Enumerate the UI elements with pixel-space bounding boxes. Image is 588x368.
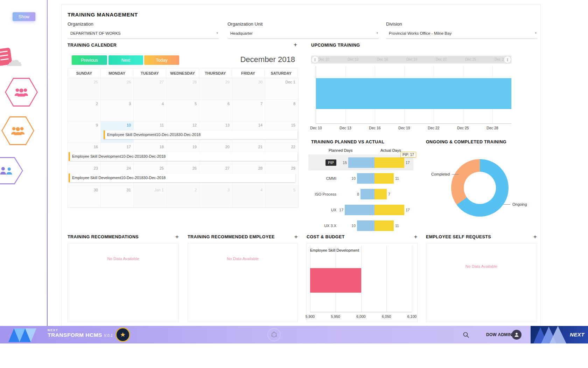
organization-label: Organization <box>68 21 219 27</box>
calendar-cell[interactable]: 2 <box>167 186 200 208</box>
chevron-down-icon <box>535 31 537 35</box>
org-unit-label: Organization Unit <box>227 21 379 27</box>
person-icon <box>514 332 519 337</box>
organization-select[interactable]: DEPARTMENT OF WORKS <box>68 30 219 39</box>
team-pink-icon[interactable] <box>5 78 38 107</box>
scroll-left-button[interactable] <box>311 56 319 63</box>
calendar-cell[interactable]: 4 <box>232 186 265 208</box>
scroll-right-button[interactable] <box>504 56 511 63</box>
current-user[interactable]: DOW ADMIN <box>486 332 512 337</box>
no-data-text: No Data Available <box>68 257 178 261</box>
planned-bar[interactable] <box>345 205 374 215</box>
cost-bar[interactable] <box>310 268 361 293</box>
calendar-cell[interactable]: 25 <box>68 78 101 100</box>
calendar-cell[interactable]: 5 <box>265 186 298 208</box>
calendar-cell[interactable]: 30 <box>68 186 101 208</box>
calendar-cell[interactable]: 28 <box>167 78 200 100</box>
calendar-cell[interactable]: 5 <box>167 100 200 122</box>
calendar-cell[interactable]: 27 <box>134 78 167 100</box>
calendar-section-title: TRAINING CALENDER <box>68 43 117 48</box>
pva-row[interactable]: UX1717 <box>308 202 413 218</box>
cost-budget-panel: Employee Skill Development 5,9005,9506,0… <box>307 243 418 322</box>
apps-hexagon-button[interactable] <box>267 328 281 341</box>
training-calendar: Previous Next Today December 2018 SUNDAY… <box>68 55 298 209</box>
calendar-grid: 252627282930Dec 123456789101112131415161… <box>68 78 298 207</box>
axis-tick-label: 5,900 <box>306 314 315 319</box>
recommended-employee-header: TRAINING RECOMMENDED EMPLOYEE <box>188 234 298 240</box>
org-unit-value: Headquarter <box>230 31 253 35</box>
organization-filter: Organization DEPARTMENT OF WORKS <box>68 21 219 39</box>
sidebar-divider <box>47 0 48 326</box>
next-logo-icon[interactable] <box>8 327 41 342</box>
planned-bar[interactable] <box>360 189 374 199</box>
pva-section-title: TRAINING PLANNED VS ACTUAL <box>311 139 384 144</box>
recommendations-title: TRAINING RECOMMENDATIONS <box>68 234 139 239</box>
main-card: TRAINING MANAGEMENT Organization DEPARTM… <box>61 4 541 326</box>
actual-bar[interactable] <box>374 189 387 199</box>
ongoing-completed-donut[interactable] <box>451 159 509 217</box>
calendar-cell[interactable]: 30 <box>232 78 265 100</box>
calendar-cell[interactable]: 2 <box>68 100 101 122</box>
pva-row[interactable]: ISO Process87 <box>308 186 413 202</box>
show-sidebar-button[interactable]: Show <box>13 12 35 21</box>
calendar-cell[interactable]: Dec 1 <box>265 78 298 100</box>
calendar-cell[interactable]: 7 <box>232 100 265 122</box>
calendar-cell[interactable]: 31 <box>101 186 134 208</box>
calendar-next-button[interactable]: Next <box>108 55 143 65</box>
ongoing-label-text: Ongoing <box>512 202 527 206</box>
pva-row[interactable]: UX 3.X1011 <box>308 218 413 233</box>
planned-bar[interactable] <box>357 173 374 184</box>
day-header: THURSDAY <box>199 68 232 78</box>
team-orange-icon[interactable] <box>1 116 34 145</box>
chart-tooltip: PIP: 17 <box>400 152 416 158</box>
day-header: SUNDAY <box>68 68 101 78</box>
calendar-event[interactable]: Employee Skill Development10-Dec-201830-… <box>104 130 298 139</box>
calendar-cell[interactable]: 4 <box>134 100 167 122</box>
calendar-cell[interactable]: 8 <box>265 100 298 122</box>
calendar-cell[interactable]: Jan 1 <box>134 186 167 208</box>
calendar-today-button[interactable]: Today <box>144 55 179 65</box>
search-icon[interactable] <box>463 332 469 338</box>
people-icon <box>10 125 26 136</box>
add-self-request-button[interactable] <box>533 234 537 240</box>
add-recommended-employee-button[interactable] <box>294 234 298 240</box>
upcoming-training-bar[interactable] <box>316 78 511 109</box>
team-purple-icon[interactable] <box>0 157 23 184</box>
people-icon <box>0 165 14 176</box>
org-unit-select[interactable]: Headquarter <box>227 30 379 39</box>
calendar-cell[interactable]: 3 <box>101 100 134 122</box>
actual-bar[interactable] <box>374 220 394 231</box>
page-title: TRAINING MANAGEMENT <box>68 12 138 18</box>
upcoming-scrollbar[interactable]: Dec 10Dec 13Dec 16Dec 19Dec 22Dec 25Dec … <box>311 56 511 63</box>
add-calendar-event-button[interactable] <box>294 42 297 48</box>
planned-bar[interactable] <box>348 157 374 168</box>
user-avatar[interactable] <box>512 330 522 340</box>
planned-vs-actual-chart: Planned Days Actual Days PIP1517CMMI1011… <box>308 147 413 233</box>
actual-bar[interactable] <box>374 173 394 184</box>
pva-row[interactable]: CMMI1011 <box>308 170 413 186</box>
pva-category-label: CMMI <box>308 176 336 180</box>
x-axis <box>310 312 412 312</box>
actual-bar[interactable] <box>374 205 404 215</box>
calendar-cell[interactable]: 9 <box>68 121 101 143</box>
calendar-event[interactable]: Employee Skill Development10-Dec-201830-… <box>69 152 298 161</box>
calendar-month-title: December 2018 <box>240 55 295 64</box>
recommended-employee-title: TRAINING RECOMMENDED EMPLOYEE <box>188 234 275 239</box>
upcoming-section-title: UPCOMING TRAINING <box>311 43 360 48</box>
calendar-event[interactable]: Employee Skill Development10-Dec-201830-… <box>69 173 295 182</box>
calendar-cell[interactable]: 6 <box>200 100 232 122</box>
brand-next: NEXT <box>48 328 113 332</box>
planned-bar[interactable] <box>357 220 374 231</box>
calendar-cell[interactable]: 3 <box>200 186 232 208</box>
leader-line <box>452 174 459 175</box>
add-cost-budget-button[interactable] <box>414 234 418 240</box>
calendar-cell[interactable]: 26 <box>101 78 134 100</box>
self-requests-panel: No Data Available <box>426 243 537 322</box>
calendar-cell[interactable]: 29 <box>200 78 232 100</box>
organization-value: DEPARTMENT OF WORKS <box>70 31 121 35</box>
add-recommendation-button[interactable] <box>175 234 179 240</box>
division-select[interactable]: Provincial Works Office - Milne Bay <box>386 30 537 39</box>
calendar-previous-button[interactable]: Previous <box>72 55 107 65</box>
pva-row[interactable]: PIP1517 <box>308 155 413 170</box>
actual-bar[interactable] <box>374 157 404 168</box>
